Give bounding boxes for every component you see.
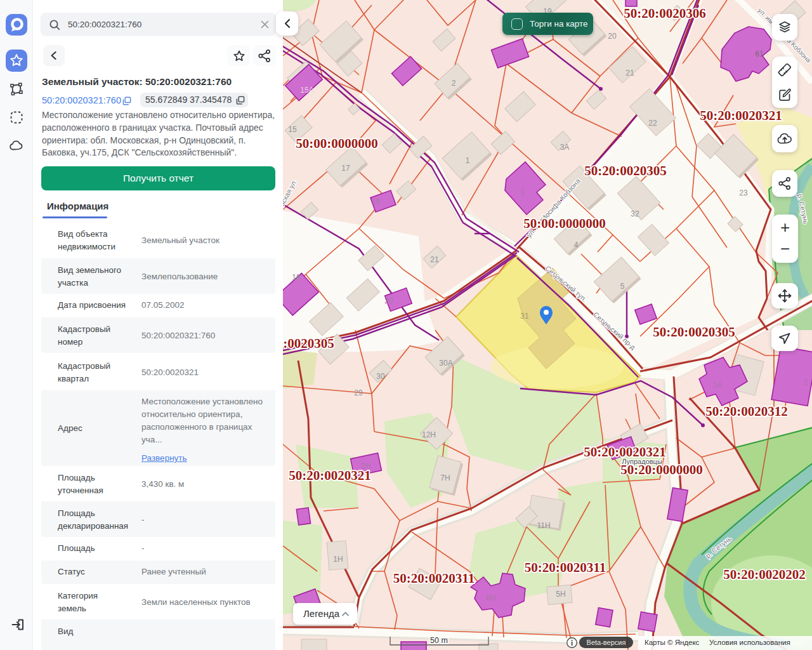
svg-text:30: 30: [376, 372, 385, 381]
svg-text:50:00:0000000: 50:00:0000000: [523, 216, 606, 231]
svg-text:2: 2: [804, 378, 808, 387]
svg-text:1А: 1А: [713, 380, 723, 389]
svg-text:20: 20: [384, 296, 393, 305]
svg-text:11Н: 11Н: [537, 521, 550, 530]
svg-text:1Н: 1Н: [333, 555, 343, 564]
svg-text:3: 3: [520, 188, 525, 197]
svg-text:17: 17: [341, 164, 350, 173]
svg-text:61: 61: [755, 50, 764, 58]
svg-text:1: 1: [466, 156, 470, 165]
svg-text:4: 4: [574, 241, 579, 249]
svg-text:50 m: 50 m: [430, 636, 448, 645]
svg-text:5: 5: [620, 282, 625, 291]
svg-text:50:20:0020305: 50:20:0020305: [283, 336, 334, 351]
svg-text:15А: 15А: [300, 86, 313, 95]
svg-text:50:20:0020321: 50:20:0020321: [700, 108, 782, 123]
svg-text:23: 23: [739, 189, 748, 197]
svg-text:22: 22: [648, 119, 657, 128]
svg-text:50:20:0020321: 50:20:0020321: [584, 444, 666, 460]
svg-text:50:20:0020312: 50:20:0020312: [705, 404, 788, 419]
svg-text:18: 18: [292, 273, 301, 282]
svg-text:50:20:0000000: 50:20:0000000: [620, 462, 703, 477]
svg-text:50:20:0020305: 50:20:0020305: [584, 163, 667, 178]
svg-text:7Н: 7Н: [440, 474, 450, 482]
svg-text:21: 21: [625, 69, 634, 77]
svg-text:6Н: 6Н: [486, 594, 495, 602]
svg-text:50:20:0020311: 50:20:0020311: [525, 560, 606, 575]
svg-text:2: 2: [452, 79, 456, 88]
svg-text:12Н: 12Н: [422, 430, 436, 439]
svg-text:20: 20: [608, 32, 617, 41]
svg-text:21: 21: [430, 255, 439, 264]
svg-text:50:20:0020321: 50:20:0020321: [289, 468, 371, 483]
svg-text:50:20:0020202: 50:20:0020202: [723, 567, 806, 582]
svg-text:50:00:0000000: 50:00:0000000: [296, 136, 378, 151]
svg-text:31: 31: [520, 312, 529, 321]
svg-text:19: 19: [371, 197, 380, 206]
svg-text:3А: 3А: [560, 143, 570, 152]
svg-text:15: 15: [288, 125, 297, 134]
svg-text:29: 29: [354, 388, 363, 397]
svg-text:50:20:0020311: 50:20:0020311: [393, 571, 475, 586]
svg-text:32: 32: [631, 209, 639, 218]
svg-text:50:20:0020306: 50:20:0020306: [624, 6, 706, 21]
svg-text:50:20:0020305: 50:20:0020305: [653, 324, 735, 340]
svg-text:30А: 30А: [439, 359, 452, 368]
svg-text:5Н: 5Н: [556, 590, 565, 599]
